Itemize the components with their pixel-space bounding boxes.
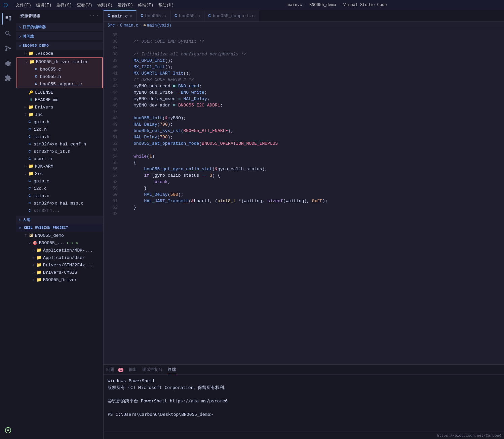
tab-bno055-support[interactable]: C bno055_support.c (204, 10, 259, 21)
tree-item-drv-cmsis[interactable]: ▷ 📁 Drivers/CMSIS (16, 269, 103, 276)
tree-item-app-mdk[interactable]: ▷ 📁 Application/MDK-... (16, 247, 103, 254)
activity-source-control[interactable] (2, 42, 14, 54)
timeline-section[interactable]: ▷ 时间线 (16, 32, 103, 40)
code-line: myBNO.dev_addr = BNO055_I2C_ADDR1; (123, 103, 223, 108)
menu-select[interactable]: 选择(S) (56, 2, 72, 8)
tree-label: BNO055_driver-master (36, 59, 88, 64)
menu-file[interactable]: 文件(F) (16, 2, 31, 8)
sidebar-menu-icon[interactable]: ··· (88, 13, 99, 19)
keil-section-header[interactable]: ▽ KEIL UVISION PROJECT (16, 224, 103, 232)
breadcrumb-fn[interactable]: main(void) (147, 23, 171, 28)
tab-close-icon[interactable]: ✕ (130, 14, 132, 19)
tree-item-keil-target[interactable]: ▽ 🎯 BNO055_... ⬇ ⬇ ⚙ (16, 239, 103, 247)
tree-item-mdkarm[interactable]: ▷ 📁 MDK-ARM (16, 163, 103, 170)
menu-edit[interactable]: 编辑(E) (36, 2, 52, 8)
activity-bar (0, 10, 16, 439)
tree-item-driver-master[interactable]: ▽ 📁 BNO055_driver-master (17, 58, 102, 65)
tree-label: LICENSE (35, 90, 53, 95)
menu-terminal[interactable]: 终端(T) (138, 2, 154, 8)
panel-tab-terminal[interactable]: 终端 (168, 365, 176, 374)
tree-item-more[interactable]: C stm32f4... (16, 207, 103, 214)
tree-item-keil-project[interactable]: ▽ 🖼 BNO055_demo (16, 232, 103, 239)
breadcrumb-src[interactable]: Src (108, 23, 115, 28)
folder-icon: 📁 (36, 248, 42, 253)
chevron-right-icon: ▷ (31, 262, 36, 268)
breadcrumb-mainc[interactable]: main.c (124, 23, 138, 28)
terminal-line-2: 版权所有 (C) Microsoft Corporation。保留所有权利。 (108, 384, 500, 391)
code-line: HAL_Delay(700); (123, 122, 173, 127)
menu-view[interactable]: 查看(V) (77, 2, 92, 8)
tab-bno055c[interactable]: C bno055.c (137, 10, 170, 21)
tree-item-mainh[interactable]: C main.h (16, 133, 103, 140)
tree-item-i2ch[interactable]: C i2c.h (16, 126, 103, 133)
activity-debug[interactable] (2, 57, 14, 69)
code-line: MX_GPIO_Init(); (123, 58, 173, 63)
tab-mainc[interactable]: C main.c ✕ (104, 10, 137, 21)
activity-search[interactable] (2, 28, 14, 40)
problem-badge: 1 (118, 368, 123, 372)
tree-item-src[interactable]: ▽ 📁 Src (16, 170, 103, 177)
open-editors-section[interactable]: ▷ 打开的编辑器 (16, 23, 103, 31)
tree-label: bno055.c (40, 67, 61, 72)
code-line: bno055_init(&myBNO); (123, 116, 186, 121)
tree-item-mainc[interactable]: C main.c (16, 192, 103, 200)
chevron-down-icon: ▽ (23, 112, 28, 117)
terminal-content[interactable]: Windows PowerShell 版权所有 (C) Microsoft Co… (104, 375, 504, 432)
line-num: 35 (104, 32, 118, 38)
activity-remote[interactable] (2, 424, 14, 436)
c-file-icon: C (33, 74, 39, 79)
tab-label: main.c (112, 14, 128, 19)
code-line: /* USER CODE END SysInit */ (123, 39, 204, 44)
tree-item-halmsp[interactable]: C stm32f4xx_hal_msp.c (16, 200, 103, 207)
tree-item-gpioh[interactable]: C gpio.h (16, 118, 103, 126)
line-num: 56 (104, 166, 118, 172)
spacer (28, 74, 33, 79)
tab-label: bno055.h (179, 13, 200, 18)
panel-tab-debug[interactable]: 调试控制台 (142, 365, 162, 374)
panel-tab-problems[interactable]: 问题 1 (106, 365, 123, 374)
line-num: 59 (104, 185, 118, 191)
c-file-icon: C (27, 201, 32, 206)
code-line: myBNO.bus_write = BNO_write; (123, 90, 207, 95)
menu-help[interactable]: 帮助(H) (158, 2, 174, 8)
chevron-right-icon: ▷ (31, 277, 36, 282)
tree-label: bno055_support.c (40, 82, 82, 87)
tree-item-halit[interactable]: C stm32f4xx_it.h (16, 148, 103, 155)
tree-item-drivers[interactable]: ▷ 📁 Drivers (16, 103, 103, 111)
tree-item-readme[interactable]: ℹ README.md (16, 96, 103, 103)
tree-item-bno055-support[interactable]: C bno055_support.c (17, 80, 102, 88)
main-layout: 资源管理器 ··· ▷ 打开的编辑器 ▷ 时间线 ▽ BNO055_DEMO ▷ (0, 10, 504, 439)
tree-item-app-user[interactable]: ▷ 📁 Application/User (16, 254, 103, 261)
line-num: 42 (104, 77, 118, 83)
code-content[interactable]: /* USER CODE END SysInit */ /* Initializ… (120, 29, 504, 364)
tree-item-bno055-driver[interactable]: ▷ 📁 BNO055_Driver (16, 276, 103, 283)
breadcrumb-c-icon: C (120, 23, 122, 28)
tree-item-vscode[interactable]: ▷ 📁 .vscode (16, 50, 103, 57)
tab-bno055h[interactable]: C bno055.h (170, 10, 204, 21)
code-line: myBNO.delay_msec = HAL_Delay; (123, 96, 210, 101)
panel-tab-output[interactable]: 输出 (129, 365, 137, 374)
menu-run[interactable]: 运行(R) (118, 2, 133, 8)
tree-item-inc[interactable]: ▽ 📁 Inc (16, 111, 103, 118)
tree-item-drv-stm32[interactable]: ▷ 📁 Drivers/STM32F4x... (16, 261, 103, 269)
tree-label: main.h (34, 134, 49, 139)
sidebar: 资源管理器 ··· ▷ 打开的编辑器 ▷ 时间线 ▽ BNO055_DEMO ▷ (16, 10, 104, 439)
breadcrumb-sep: › (116, 23, 119, 28)
project-section[interactable]: ▽ BNO055_DEMO (16, 42, 103, 50)
c-file-icon: C (27, 127, 32, 132)
tree-item-gpioc[interactable]: C gpio.c (16, 177, 103, 185)
keil-icons: ⬇ ⬇ ⚙ (67, 241, 78, 245)
tree-label: gpio.h (34, 120, 49, 125)
tree-item-i2cc[interactable]: C i2c.c (16, 185, 103, 192)
tree-item-bno055h[interactable]: C bno055.h (17, 73, 102, 80)
folder-icon: 📁 (36, 255, 42, 260)
tree-item-usarth[interactable]: C usart.h (16, 155, 103, 163)
menu-goto[interactable]: 转到(G) (97, 2, 113, 8)
activity-explorer[interactable] (2, 13, 14, 25)
tree-item-license[interactable]: 🔑 LICENSE (16, 89, 103, 96)
outline-section[interactable]: ▷ 大纲 (16, 216, 103, 224)
activity-extensions[interactable] (2, 72, 14, 84)
tree-item-bno055c[interactable]: C bno055.c (17, 65, 102, 73)
menu-bar[interactable]: 文件(F) 编辑(E) 选择(S) 查看(V) 转到(G) 运行(R) 终端(T… (16, 2, 174, 8)
tree-item-halconf[interactable]: C stm32f4xx_hal_conf.h (16, 140, 103, 148)
